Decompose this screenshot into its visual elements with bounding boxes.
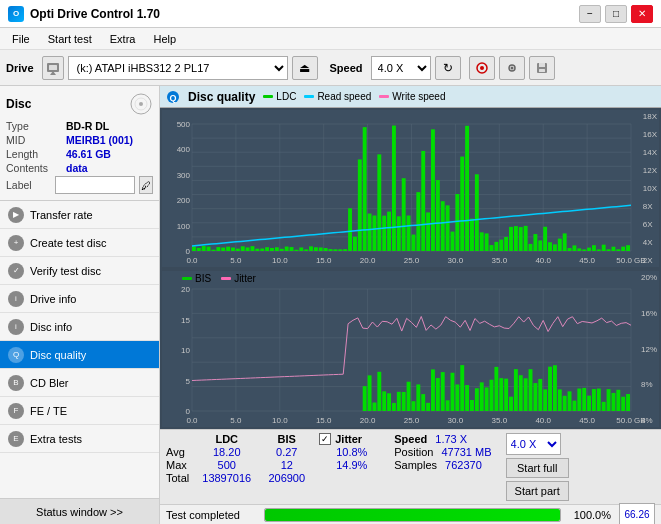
ldc-legend-label: LDC xyxy=(276,91,296,102)
disc-label-key: Label xyxy=(6,179,51,191)
read-speed-legend-label: Read speed xyxy=(317,91,371,102)
stats-col-bis: BIS 0.27 12 206900 xyxy=(264,433,309,484)
main-area: Disc Type BD-R DL MID MEIRB1 (001) Lengt… xyxy=(0,86,661,524)
disc-mid-value: MEIRB1 (001) xyxy=(66,134,133,146)
legend-ldc: LDC xyxy=(263,91,296,102)
refresh-button[interactable]: ↻ xyxy=(435,56,461,80)
drive-info-label: Drive info xyxy=(30,293,76,305)
avg-ldc: 18.20 xyxy=(199,446,254,458)
stats-col-ldc: LDC 18.20 500 13897016 xyxy=(199,433,254,484)
burn-button[interactable] xyxy=(469,56,495,80)
position-label: Position xyxy=(394,446,433,458)
app-title: Opti Drive Control 1.70 xyxy=(30,7,160,21)
menu-extra[interactable]: Extra xyxy=(102,31,144,47)
svg-text:Q: Q xyxy=(169,93,176,103)
start-full-button[interactable]: Start full xyxy=(506,458,569,478)
bis-color-dot xyxy=(182,277,192,280)
total-row-label: Total xyxy=(166,472,189,484)
speed-header-row: Speed 1.73 X xyxy=(394,433,491,445)
close-button[interactable]: ✕ xyxy=(631,5,653,23)
jitter-checkbox[interactable]: ✓ xyxy=(319,433,331,445)
disc-info-icon: i xyxy=(8,319,24,335)
stats-col-jitter: ✓ Jitter 10.8% 14.9% xyxy=(319,433,384,484)
progress-percent: 100.0% xyxy=(569,509,611,521)
jitter-col-header: Jitter xyxy=(335,433,362,445)
disc-header: Disc xyxy=(6,92,153,116)
disc-quality-icon: Q xyxy=(8,347,24,363)
bis-legend-label: BIS xyxy=(195,273,211,284)
jitter-header-row: ✓ Jitter xyxy=(319,433,384,445)
disc-length-value: 46.61 GB xyxy=(66,148,111,160)
sidebar-item-transfer-rate[interactable]: ▶ Transfer rate xyxy=(0,201,159,229)
maximize-button[interactable]: □ xyxy=(605,5,627,23)
sidebar-item-extra-tests[interactable]: E Extra tests xyxy=(0,425,159,453)
create-test-disc-label: Create test disc xyxy=(30,237,106,249)
top-chart-y-axis-right: 18X 16X 14X 12X 10X 8X 6X 4X 2X xyxy=(643,110,657,267)
speed-col-header: Speed xyxy=(394,433,427,445)
stats-speed-select[interactable]: 4.0 X xyxy=(506,433,561,455)
menu-help[interactable]: Help xyxy=(145,31,184,47)
sidebar-item-fe-te[interactable]: F FE / TE xyxy=(0,397,159,425)
titlebar: O Opti Drive Control 1.70 − □ ✕ xyxy=(0,0,661,28)
disc-label-input[interactable] xyxy=(55,176,135,194)
create-test-disc-icon: + xyxy=(8,235,24,251)
total-ldc: 13897016 xyxy=(199,472,254,484)
write-speed-color-dot xyxy=(379,95,389,98)
legend-bis: BIS xyxy=(182,273,211,284)
charts-area: 18X 16X 14X 12X 10X 8X 6X 4X 2X BI xyxy=(160,108,661,429)
settings-button[interactable] xyxy=(499,56,525,80)
speed-value: 1.73 X xyxy=(435,433,467,445)
sidebar-item-cd-bler[interactable]: B CD Bler xyxy=(0,369,159,397)
avg-bis: 0.27 xyxy=(264,446,309,458)
sidebar-item-create-test-disc[interactable]: + Create test disc xyxy=(0,229,159,257)
verify-test-disc-label: Verify test disc xyxy=(30,265,101,277)
minimize-button[interactable]: − xyxy=(579,5,601,23)
extra-tests-label: Extra tests xyxy=(30,433,82,445)
eject-button[interactable]: ⏏ xyxy=(292,56,318,80)
cd-bler-icon: B xyxy=(8,375,24,391)
sidebar-item-disc-quality[interactable]: Q Disc quality xyxy=(0,341,159,369)
app-icon: O xyxy=(8,6,24,22)
start-part-button[interactable]: Start part xyxy=(506,481,569,501)
label-icon-button[interactable]: 🖊 xyxy=(139,176,153,194)
jitter-color-dot xyxy=(221,277,231,280)
sidebar-item-verify-test-disc[interactable]: ✓ Verify test disc xyxy=(0,257,159,285)
disc-quality-label: Disc quality xyxy=(30,349,86,361)
progress-bar-fill xyxy=(265,509,560,521)
samples-value: 762370 xyxy=(445,459,482,471)
status-window-button[interactable]: Status window >> xyxy=(0,498,159,524)
stats-col-speed: Speed 1.73 X Position 47731 MB Samples 7… xyxy=(394,433,491,471)
drive-select[interactable]: (k:) ATAPI iHBS312 2 PL17 xyxy=(68,56,288,80)
disc-length-row: Length 46.61 GB xyxy=(6,148,153,160)
svg-point-6 xyxy=(510,66,513,69)
sidebar-item-disc-info[interactable]: i Disc info xyxy=(0,313,159,341)
disc-icon xyxy=(129,92,153,116)
position-row: Position 47731 MB xyxy=(394,446,491,458)
transfer-rate-icon: ▶ xyxy=(8,207,24,223)
speed-label: Speed xyxy=(330,62,363,74)
samples-label: Samples xyxy=(394,459,437,471)
save-button[interactable] xyxy=(529,56,555,80)
drive-icon-btn[interactable] xyxy=(42,56,64,80)
progress-bar-container xyxy=(264,508,561,522)
extra-tests-icon: E xyxy=(8,431,24,447)
total-bis: 206900 xyxy=(264,472,309,484)
bottom-chart-legend: BIS Jitter xyxy=(182,273,256,284)
sidebar-item-drive-info[interactable]: i Drive info xyxy=(0,285,159,313)
svg-rect-1 xyxy=(49,65,57,70)
disc-mid-row: MID MEIRB1 (001) xyxy=(6,134,153,146)
speed-select[interactable]: 4.0 X xyxy=(371,56,431,80)
ldc-chart: 18X 16X 14X 12X 10X 8X 6X 4X 2X xyxy=(162,110,659,267)
stats-buttons-col: 4.0 X Start full Start part xyxy=(506,433,569,501)
max-row-label: Max xyxy=(166,459,189,471)
bis-canvas xyxy=(162,271,659,427)
disc-length-key: Length xyxy=(6,148,66,160)
stats-bar: Avg Max Total LDC 18.20 500 13897016 BIS… xyxy=(160,429,661,504)
toolbar: Drive (k:) ATAPI iHBS312 2 PL17 ⏏ Speed … xyxy=(0,50,661,86)
disc-section: Disc Type BD-R DL MID MEIRB1 (001) Lengt… xyxy=(0,86,159,201)
menu-start-test[interactable]: Start test xyxy=(40,31,100,47)
menu-file[interactable]: File xyxy=(4,31,38,47)
ldc-color-dot xyxy=(263,95,273,98)
disc-mid-key: MID xyxy=(6,134,66,146)
nav-items: ▶ Transfer rate + Create test disc ✓ Ver… xyxy=(0,201,159,498)
